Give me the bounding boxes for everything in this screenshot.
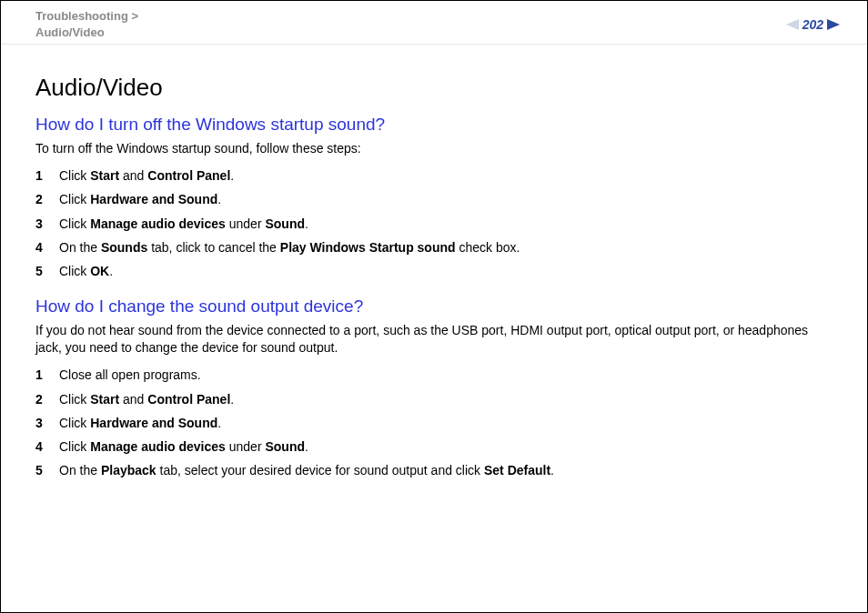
step-body: Click Hardware and Sound. — [59, 190, 833, 208]
svg-marker-0 — [786, 19, 799, 30]
step-body: On the Playback tab, select your desired… — [59, 461, 833, 479]
step-number: 4 — [35, 437, 59, 456]
step-body: Close all open programs. — [59, 366, 833, 384]
step-number: 2 — [35, 390, 59, 408]
step-row: 5On the Playback tab, select your desire… — [35, 461, 833, 479]
page-header: Troubleshooting > Audio/Video 202 — [1, 1, 867, 45]
page-nav: 202 — [786, 17, 840, 32]
page-title: Audio/Video — [35, 74, 833, 102]
step-row: 4On the Sounds tab, click to cancel the … — [35, 238, 833, 256]
breadcrumb-parent: Troubleshooting — [35, 9, 128, 23]
step-number: 3 — [35, 414, 59, 432]
breadcrumb-current: Audio/Video — [35, 25, 105, 39]
breadcrumb: Troubleshooting > Audio/Video — [35, 8, 138, 40]
step-body: Click OK. — [59, 262, 833, 280]
step-body: Click Start and Control Panel. — [59, 166, 833, 185]
next-page-icon[interactable] — [827, 19, 840, 30]
step-row: 5Click OK. — [35, 262, 833, 280]
step-body: Click Hardware and Sound. — [59, 414, 833, 432]
step-body: Click Start and Control Panel. — [59, 390, 833, 408]
page-number: 202 — [802, 17, 823, 32]
step-row: 3Click Manage audio devices under Sound. — [35, 215, 833, 233]
svg-marker-1 — [827, 19, 840, 30]
step-row: 2Click Start and Control Panel. — [35, 390, 833, 408]
step-number: 5 — [35, 262, 59, 280]
section-heading-startup-sound: How do I turn off the Windows startup so… — [35, 115, 833, 135]
step-number: 1 — [35, 366, 59, 384]
breadcrumb-sep: > — [131, 9, 138, 23]
step-row: 3Click Hardware and Sound. — [35, 414, 833, 432]
step-number: 4 — [35, 238, 59, 256]
section2-intro: If you do not hear sound from the device… — [35, 322, 833, 357]
section2-steps: 1Close all open programs.2Click Start an… — [35, 366, 833, 479]
step-row: 1Click Start and Control Panel. — [35, 166, 833, 185]
section1-steps: 1Click Start and Control Panel.2Click Ha… — [35, 166, 833, 280]
step-number: 3 — [35, 215, 59, 233]
step-body: On the Sounds tab, click to cancel the P… — [59, 238, 833, 256]
step-number: 2 — [35, 190, 59, 208]
step-body: Click Manage audio devices under Sound. — [59, 437, 833, 456]
section-heading-output-device: How do I change the sound output device? — [35, 296, 833, 317]
section1-intro: To turn off the Windows startup sound, f… — [35, 140, 833, 157]
step-body: Click Manage audio devices under Sound. — [59, 215, 833, 233]
step-number: 1 — [35, 166, 59, 185]
prev-page-icon[interactable] — [786, 19, 799, 30]
step-number: 5 — [35, 461, 59, 479]
step-row: 1Close all open programs. — [35, 366, 833, 384]
step-row: 2Click Hardware and Sound. — [35, 190, 833, 208]
step-row: 4Click Manage audio devices under Sound. — [35, 437, 833, 456]
page-content: Audio/Video How do I turn off the Window… — [1, 45, 867, 480]
